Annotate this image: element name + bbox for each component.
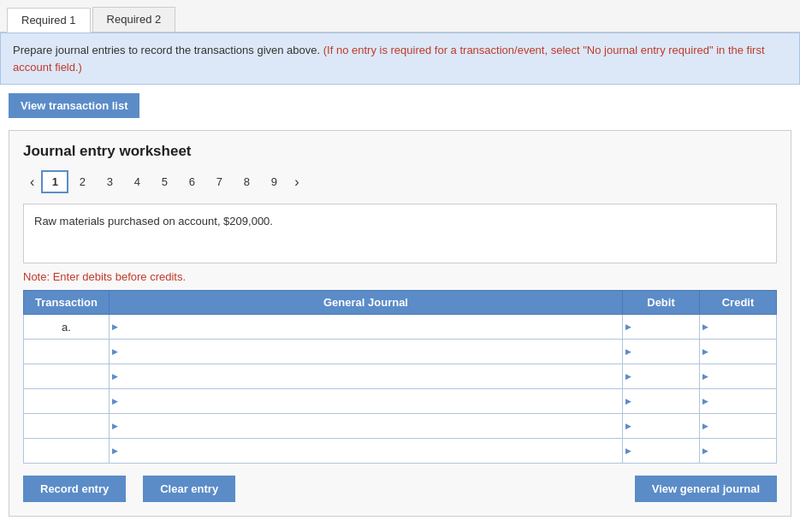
row-1-debit-arrow <box>623 315 699 339</box>
row-6-journal-cell <box>110 439 623 464</box>
next-page-button[interactable]: › <box>287 171 305 193</box>
note-text: Note: Enter debits before credits. <box>23 270 777 283</box>
page-num-1[interactable]: 1 <box>41 170 68 193</box>
table-row <box>24 340 777 364</box>
row-3-journal-input[interactable] <box>121 364 622 388</box>
row-2-credit-cell <box>700 340 777 364</box>
view-general-journal-button[interactable]: View general journal <box>635 476 777 502</box>
row-3-journal-cell <box>110 364 623 389</box>
row-3-debit-cell <box>623 364 700 389</box>
row-6-journal-input[interactable] <box>121 439 622 463</box>
row-2-debit-arrow <box>623 340 699 364</box>
page-num-4[interactable]: 4 <box>123 171 151 192</box>
row-1-journal-input[interactable] <box>121 315 622 339</box>
tab-required-1[interactable]: Required 1 <box>7 8 91 33</box>
row-2-journal-arrow <box>110 340 622 364</box>
row-5-journal-cell <box>110 414 623 439</box>
view-transaction-button[interactable]: View transaction list <box>9 93 139 118</box>
row-6-credit-arrow <box>700 439 776 463</box>
row-1-journal-arrow <box>110 315 622 339</box>
info-box: Prepare journal entries to record the tr… <box>0 33 800 85</box>
row-1-credit-cell <box>700 315 777 340</box>
row-2-debit-cell <box>623 340 700 364</box>
row-2-label <box>24 340 110 364</box>
row-4-debit-arrow <box>623 389 699 413</box>
info-text-before: Prepare journal entries to record the tr… <box>13 44 323 56</box>
row-6-debit-input[interactable] <box>634 439 699 463</box>
row-1-debit-cell <box>623 315 700 340</box>
row-1-debit-input[interactable] <box>634 315 699 339</box>
description-box: Raw materials purchased on account, $209… <box>23 204 777 263</box>
row-6-journal-arrow <box>110 439 622 463</box>
row-4-credit-input[interactable] <box>711 389 776 413</box>
table-row <box>24 414 777 439</box>
page-num-8[interactable]: 8 <box>233 171 260 192</box>
page-num-7[interactable]: 7 <box>205 171 233 192</box>
worksheet-title: Journal entry worksheet <box>23 143 777 160</box>
row-3-debit-arrow <box>623 364 699 388</box>
row-2-journal-cell <box>110 340 623 364</box>
page-num-5[interactable]: 5 <box>151 171 178 192</box>
row-2-credit-input[interactable] <box>711 340 776 364</box>
col-header-credit: Credit <box>700 291 777 315</box>
page-num-2[interactable]: 2 <box>68 171 96 192</box>
tabs-container: Required 1 Required 2 <box>0 0 800 33</box>
row-6-debit-arrow <box>623 439 699 463</box>
row-5-debit-input[interactable] <box>634 414 699 438</box>
row-1-credit-arrow <box>700 315 776 339</box>
page-num-9[interactable]: 9 <box>260 171 287 192</box>
row-3-journal-arrow <box>110 364 622 388</box>
row-4-debit-cell <box>623 389 700 414</box>
tab-required-2[interactable]: Required 2 <box>92 7 176 32</box>
row-3-credit-arrow <box>700 364 776 388</box>
row-5-label <box>24 414 110 439</box>
button-row: Record entry Clear entry View general jo… <box>23 476 777 502</box>
page-num-6[interactable]: 6 <box>178 171 205 192</box>
row-5-credit-input[interactable] <box>711 414 776 438</box>
row-5-debit-arrow <box>623 414 699 438</box>
table-row <box>24 364 777 389</box>
table-row: a. <box>24 315 777 340</box>
row-3-label <box>24 364 110 389</box>
row-4-journal-cell <box>110 389 623 414</box>
row-2-debit-input[interactable] <box>634 340 699 364</box>
row-3-debit-input[interactable] <box>634 364 699 388</box>
row-2-journal-input[interactable] <box>121 340 622 364</box>
col-header-general-journal: General Journal <box>110 291 623 315</box>
row-1-journal-cell <box>110 315 623 340</box>
row-6-credit-input[interactable] <box>711 439 776 463</box>
row-1-credit-input[interactable] <box>711 315 776 339</box>
row-3-credit-input[interactable] <box>711 364 776 388</box>
page-num-3[interactable]: 3 <box>96 171 123 192</box>
row-5-debit-cell <box>623 414 700 439</box>
row-4-credit-cell <box>700 389 777 414</box>
row-4-label <box>24 389 110 414</box>
prev-page-button[interactable]: ‹ <box>23 171 41 193</box>
row-2-credit-arrow <box>700 340 776 364</box>
record-entry-button[interactable]: Record entry <box>23 476 126 502</box>
row-4-journal-arrow <box>110 389 622 413</box>
row-1-label: a. <box>24 315 110 340</box>
journal-table: Transaction General Journal Debit Credit… <box>23 290 777 464</box>
row-4-journal-input[interactable] <box>121 389 622 413</box>
row-4-credit-arrow <box>700 389 776 413</box>
row-4-debit-input[interactable] <box>634 389 699 413</box>
col-header-transaction: Transaction <box>24 291 110 315</box>
clear-entry-button[interactable]: Clear entry <box>143 476 235 502</box>
col-header-debit: Debit <box>623 291 700 315</box>
row-5-credit-cell <box>700 414 777 439</box>
row-5-credit-arrow <box>700 414 776 438</box>
row-5-journal-input[interactable] <box>121 414 622 438</box>
row-5-journal-arrow <box>110 414 622 438</box>
pagination: ‹ 1 2 3 4 5 6 7 8 9 › <box>23 170 777 193</box>
row-6-debit-cell <box>623 439 700 464</box>
table-row <box>24 389 777 414</box>
row-6-label <box>24 439 110 464</box>
table-row <box>24 439 777 464</box>
worksheet-container: Journal entry worksheet ‹ 1 2 3 4 5 6 7 … <box>9 130 791 517</box>
row-3-credit-cell <box>700 364 777 389</box>
row-6-credit-cell <box>700 439 777 464</box>
